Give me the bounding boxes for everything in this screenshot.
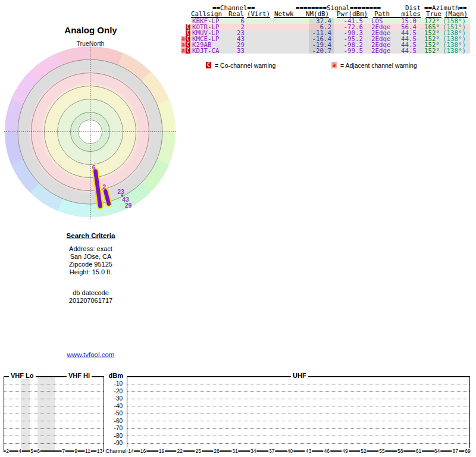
channel-tick-label: 13	[96, 448, 103, 454]
channel-tick-label: 34	[250, 448, 256, 454]
channel-tick-label: 4	[18, 448, 22, 454]
channel-tick-label: 37	[268, 448, 275, 454]
y-tick-label: -70	[107, 425, 123, 431]
gridline	[4, 443, 104, 444]
gridline	[127, 414, 469, 414]
channel-tick-label: 52	[360, 448, 367, 454]
y-tick-label: -50	[107, 410, 123, 417]
x-axis-title: Channel	[105, 447, 127, 454]
gridline	[127, 406, 469, 406]
gridline	[127, 384, 469, 384]
channel-tick-label: 19	[158, 448, 165, 454]
channel-tick-label: 55	[378, 448, 385, 454]
channel-tick-label: 40	[287, 448, 293, 454]
channel-tick-label: 69	[464, 448, 471, 454]
channel-tick-label: 28	[213, 448, 220, 454]
gridline	[127, 443, 469, 444]
y-tick-label: -90	[107, 440, 123, 446]
gridline	[4, 391, 104, 392]
gridline	[127, 391, 469, 392]
channel-tick-label: 43	[305, 448, 312, 454]
gridline	[127, 399, 469, 399]
signal-band-chart: -10-20-30-40-50-60-70-80-902456791113141…	[0, 0, 476, 457]
tvfool-report: Analog Only TrueNorth N 62234329 ==Chann…	[0, 0, 476, 457]
gridline	[4, 436, 104, 436]
channel-tick-label: 25	[195, 448, 201, 454]
uhf-label: UHF	[291, 372, 308, 379]
channel-tick-label: 22	[177, 448, 183, 454]
channel-tick-label: 58	[397, 448, 403, 454]
channel-tick-label: 46	[324, 448, 330, 454]
channel-tick-label: 14	[127, 448, 134, 454]
y-tick-label: -30	[107, 395, 123, 402]
gridline	[127, 428, 469, 429]
gridline	[4, 399, 104, 399]
channel-tick-label: 61	[415, 448, 422, 454]
y-tick-label: -40	[107, 403, 123, 409]
gridline	[127, 436, 469, 436]
gridline	[4, 428, 104, 429]
channel-tick-label: 64	[434, 448, 440, 454]
channel-tick-label: 16	[140, 448, 146, 454]
vhf-lo-label: VHF Lo	[9, 372, 36, 379]
channel-tick-label: 7	[61, 448, 65, 454]
y-tick-label: -10	[107, 380, 123, 387]
y-tick-label: -80	[107, 433, 123, 439]
channel-tick-label: 49	[342, 448, 348, 454]
vhf-hi-label: VHF Hi	[67, 372, 92, 379]
y-axis-title: dBm	[107, 372, 123, 379]
channel-tick-label: 31	[231, 448, 238, 454]
gridline	[4, 414, 104, 414]
channel-tick-label: 67	[452, 448, 459, 454]
gridline	[127, 421, 469, 421]
channel-tick-label: 11	[84, 448, 91, 454]
y-tick-label: -20	[107, 388, 123, 395]
channel-tick-label: 5	[30, 448, 34, 454]
y-tick-label: -60	[107, 418, 123, 424]
channel-tick-label: 6	[36, 448, 40, 454]
gridline	[4, 406, 104, 406]
gridline	[4, 421, 104, 421]
channel-tick-label: 2	[5, 448, 10, 454]
channel-tick-label: 9	[74, 448, 78, 454]
gridline	[4, 384, 104, 384]
